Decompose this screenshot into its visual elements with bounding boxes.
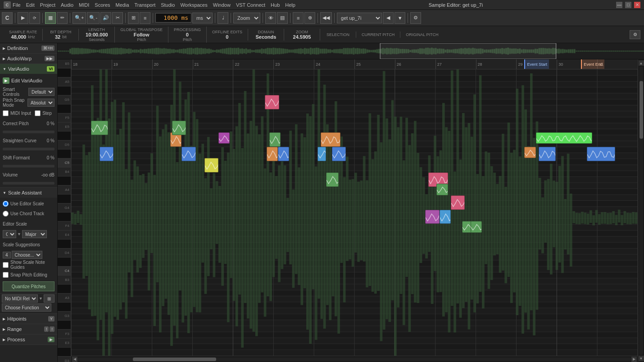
piano-key-B4[interactable]: B4	[58, 167, 71, 176]
piano-key-E4[interactable]: E4	[58, 231, 71, 240]
view-toggle-1[interactable]: 👁	[265, 12, 276, 24]
piano-key-G#4[interactable]	[58, 195, 71, 204]
piano-key-C5[interactable]: C5	[58, 158, 71, 167]
menu-media[interactable]: Media	[116, 2, 129, 8]
scroll-right-button[interactable]: ▶	[631, 357, 637, 362]
midi-input-checkbox[interactable]	[3, 110, 9, 116]
midi-ref-add-button[interactable]: ⊞	[44, 294, 54, 303]
piano-key-G4[interactable]: G4	[58, 204, 71, 213]
piano-key-E5[interactable]: E5	[58, 122, 71, 131]
quantize-pitches-button[interactable]: Quantize Pitches	[3, 281, 54, 291]
zoom-in-button[interactable]: 🔍+	[73, 12, 86, 24]
piano-key-A4[interactable]: A4	[58, 186, 71, 195]
piano-key-G#3[interactable]	[58, 303, 71, 312]
piano-key-G3[interactable]: G3	[58, 312, 71, 321]
prev-track-button[interactable]: ◀	[383, 12, 394, 24]
piano-key-D#4[interactable]	[58, 240, 71, 249]
zoom-out-button[interactable]: 🔍-	[87, 12, 100, 24]
scale-suggestions-select[interactable]: Choose...	[12, 251, 42, 259]
scroll-down-button[interactable]: ▼	[639, 356, 644, 361]
horizontal-scrollbar[interactable]: ◀ ▶	[71, 356, 638, 362]
scroll-left-button[interactable]: ◀	[72, 357, 77, 362]
menu-workspaces[interactable]: Workspaces	[180, 2, 207, 8]
piano-key-D5[interactable]: D5	[58, 140, 71, 149]
time-format-dropdown[interactable]: ms s	[192, 13, 213, 23]
piano-key-F#5[interactable]	[58, 104, 71, 113]
snap-button[interactable]: ⊞	[128, 12, 139, 24]
minimize-button[interactable]: —	[616, 2, 622, 8]
maximize-button[interactable]: □	[625, 2, 631, 8]
menu-edit[interactable]: Edit	[26, 2, 35, 8]
use-editor-scale-radio[interactable]	[3, 201, 9, 207]
transport-play-button[interactable]: ▶	[18, 12, 28, 24]
process-header[interactable]: ▶ Process ▶	[0, 335, 57, 344]
menu-transport[interactable]: Transport	[135, 2, 156, 8]
scale-assistant-header[interactable]: ▼ Scale Assistant	[0, 188, 57, 198]
editor-scale-key-select[interactable]: C	[3, 230, 16, 238]
piano-key-A3[interactable]: A3	[58, 294, 71, 303]
minimap[interactable]	[58, 43, 644, 59]
piano-key-C#4[interactable]	[58, 258, 71, 267]
zoom-dropdown[interactable]: Zoom	[233, 13, 260, 23]
edit-variaudio-icon[interactable]: ▶	[3, 77, 9, 84]
track-name-dropdown[interactable]: get up_7i	[337, 13, 382, 23]
piano-key-D#5[interactable]	[58, 131, 71, 140]
choose-function-select[interactable]: Choose Function	[2, 303, 51, 312]
piano-key-F4[interactable]: F4	[58, 222, 71, 231]
piano-key-B3[interactable]: B3	[58, 276, 71, 285]
menu-vst[interactable]: VST Connect	[236, 2, 265, 8]
snap-pitch-editing-checkbox[interactable]	[3, 272, 9, 278]
use-chord-track-radio[interactable]	[3, 211, 9, 217]
piano-key-A5[interactable]: A5	[58, 77, 71, 86]
vertical-scrollbar[interactable]: ▲ ▼	[638, 59, 644, 362]
piano-key-A#4[interactable]	[58, 176, 71, 186]
scrollbar-thumb[interactable]	[133, 357, 216, 361]
action-3[interactable]: ◀◀	[320, 12, 332, 24]
vscroll-track[interactable]	[639, 67, 643, 355]
infobar-right-icon[interactable]: ⚙	[630, 30, 640, 39]
metronome-button[interactable]: ♩	[218, 12, 228, 24]
edit-variaudio-row[interactable]: ▶ Edit VariAudio	[3, 76, 54, 86]
piano-key-C#5[interactable]	[58, 149, 71, 158]
show-scale-note-guides-checkbox[interactable]	[3, 262, 9, 268]
smart-controls-select[interactable]: Default	[28, 88, 54, 96]
audiowarp-header[interactable]: ▶ AudioWarp ▶▶	[0, 54, 57, 63]
piano-key-F5[interactable]: F5	[58, 113, 71, 122]
vscroll-thumb[interactable]	[639, 81, 643, 139]
menu-project[interactable]: Project	[40, 2, 55, 8]
app-logo-button[interactable]: C	[2, 12, 13, 24]
piano-key-A#5[interactable]	[58, 68, 71, 77]
menu-audio[interactable]: Audio	[61, 2, 73, 8]
piano-key-A#3[interactable]	[58, 285, 71, 294]
piano-key-D3[interactable]: D3	[58, 357, 71, 362]
piano-key-E3[interactable]: E3	[58, 339, 71, 348]
menu-file[interactable]: File	[13, 2, 21, 8]
piano-key-F3[interactable]: F3	[58, 330, 71, 339]
piano-key-G#5[interactable]	[58, 86, 71, 95]
menu-bar[interactable]: File Edit Project Audio MIDI Scores Medi…	[13, 2, 295, 8]
menu-help[interactable]: Help	[285, 2, 295, 8]
scrollbar-track[interactable]	[77, 357, 631, 361]
menu-midi[interactable]: MIDI	[79, 2, 89, 8]
piano-key-G5[interactable]: G5	[58, 95, 71, 104]
window-controls[interactable]: — □ ✕	[616, 2, 640, 8]
tool-select-button[interactable]: ▦	[45, 12, 56, 24]
pitch-snap-select[interactable]: Absolute	[27, 99, 54, 107]
tool-trim-button[interactable]: ✂	[112, 12, 123, 24]
piano-key-F#3[interactable]	[58, 321, 71, 330]
close-button[interactable]: ✕	[634, 2, 640, 8]
piano-key-B5[interactable]: B5	[58, 59, 71, 68]
tool-pencil-button[interactable]: ✏	[57, 12, 68, 24]
menu-window[interactable]: Window	[213, 2, 231, 8]
view-toggle-2[interactable]: ▤	[277, 12, 288, 24]
action-1[interactable]: ≡	[293, 12, 304, 24]
menu-studio[interactable]: Studio	[161, 2, 175, 8]
next-track-button[interactable]: ▼	[395, 12, 405, 24]
infobar-settings-button[interactable]: ⚙	[630, 30, 640, 39]
range-header[interactable]: ▶ Range ! !	[0, 324, 57, 334]
action-2[interactable]: ⊕	[304, 12, 315, 24]
definition-header[interactable]: ▶ Definition ⌘+H	[0, 43, 57, 53]
transport-loop-button[interactable]: ⟳	[29, 12, 40, 24]
scroll-up-button[interactable]: ▲	[639, 60, 644, 66]
variaudio-header[interactable]: ▼ VariAudio VI	[0, 64, 57, 74]
